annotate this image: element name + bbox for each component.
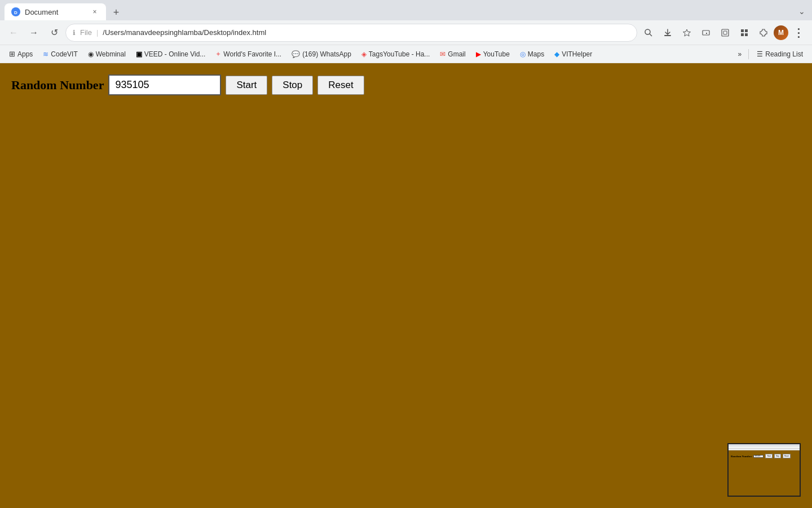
bookmarks-more-button[interactable]: » xyxy=(735,49,745,60)
new-tab-button[interactable]: + xyxy=(108,5,124,20)
stop-button[interactable]: Stop xyxy=(272,76,313,95)
webminal-icon: ◉ xyxy=(88,50,94,58)
tab-bar-right: ⌄ xyxy=(796,5,807,20)
codevit-icon: ≋ xyxy=(43,50,48,58)
extensions-icon[interactable] xyxy=(754,24,773,42)
svg-rect-4 xyxy=(664,35,671,36)
page-content: Random Number Start Stop Reset Random Nu… xyxy=(0,63,812,508)
forward-button[interactable]: → xyxy=(25,24,43,42)
search-toolbar-icon[interactable] xyxy=(639,24,657,42)
youtube-icon: ▶ xyxy=(476,50,481,58)
bookmark-star-icon[interactable] xyxy=(678,24,696,42)
svg-rect-8 xyxy=(723,31,727,34)
address-path: /Users/manavdeepsinghlamba/Desktop/index… xyxy=(103,28,266,37)
tags-youtube-label: TagsYouTube - Ha... xyxy=(369,50,430,58)
address-protocol: File xyxy=(80,28,92,37)
bookmark-whatsapp[interactable]: 💬 (169) WhatsApp xyxy=(287,49,356,60)
start-button[interactable]: Start xyxy=(226,76,267,95)
tab-title: Document xyxy=(25,8,86,16)
whatsapp-icon: 💬 xyxy=(292,50,300,58)
active-tab[interactable]: D Document × xyxy=(5,3,106,20)
gmail-icon: ✉ xyxy=(440,50,445,58)
cast-icon[interactable] xyxy=(697,24,715,42)
worlds-favorite-label: World's Favorite I... xyxy=(223,50,281,58)
reading-list-icon: ☰ xyxy=(757,50,763,58)
browser-menu-button[interactable]: ⋮ xyxy=(789,24,807,42)
svg-text:D: D xyxy=(14,10,17,15)
random-number-label: Random Number xyxy=(11,78,104,93)
svg-rect-9 xyxy=(741,29,744,32)
svg-rect-7 xyxy=(722,29,729,36)
tab-close-button[interactable]: × xyxy=(90,7,99,16)
svg-point-2 xyxy=(645,29,650,34)
svg-marker-5 xyxy=(683,29,691,36)
bookmark-reading-list[interactable]: ☰ Reading List xyxy=(752,49,807,60)
bookmark-gmail[interactable]: ✉ Gmail xyxy=(435,49,470,60)
bookmark-vithelper[interactable]: ◆ VITHelper xyxy=(550,49,597,60)
tags-icon: ◈ xyxy=(361,50,367,58)
bookmarks-bar: ⊞ Apps ≋ CodeVIT ◉ Webminal ▣ VEED - Onl… xyxy=(0,45,812,63)
svg-rect-11 xyxy=(741,33,744,36)
back-button[interactable]: ← xyxy=(5,24,23,42)
bookmark-webminal[interactable]: ◉ Webminal xyxy=(83,49,130,60)
random-number-input[interactable] xyxy=(108,75,221,95)
toolbar-right-icons: M ⋮ xyxy=(639,24,807,42)
codevit-label: CodeVIT xyxy=(51,50,77,58)
tab-bar: D Document × + ⌄ xyxy=(0,0,812,20)
address-info-icon: ℹ xyxy=(73,29,76,37)
tab-bar-chevron[interactable]: ⌄ xyxy=(796,5,807,18)
grid-icon[interactable] xyxy=(735,24,753,42)
svg-rect-12 xyxy=(745,33,748,36)
veed-icon: ▣ xyxy=(136,50,142,58)
toolbar: ← → ↺ ℹ File | /Users/manavdeepsinghlamb… xyxy=(0,20,812,45)
bookmark-codevit[interactable]: ≋ CodeVIT xyxy=(38,49,82,60)
bookmark-worlds-favorite[interactable]: ✦ World's Favorite I... xyxy=(211,49,286,60)
gmail-label: Gmail xyxy=(448,50,465,58)
download-icon[interactable] xyxy=(659,24,677,42)
reset-button[interactable]: Reset xyxy=(317,76,364,95)
bookmark-apps[interactable]: ⊞ Apps xyxy=(5,48,37,60)
bookmark-tags-youtube[interactable]: ◈ TagsYouTube - Ha... xyxy=(357,49,435,60)
address-separator: | xyxy=(96,28,98,37)
worlds-favorite-icon: ✦ xyxy=(215,50,221,58)
youtube-label: YouTube xyxy=(483,50,510,58)
refresh-button[interactable]: ↺ xyxy=(45,24,63,42)
bookmark-youtube[interactable]: ▶ YouTube xyxy=(471,49,514,60)
veed-label: VEED - Online Vid... xyxy=(144,50,206,58)
screenshot-icon[interactable] xyxy=(716,24,734,42)
profile-avatar[interactable]: M xyxy=(774,25,788,40)
tab-favicon: D xyxy=(11,7,20,16)
browser-frame: D Document × + ⌄ ← → ↺ ℹ File | /Users/m… xyxy=(0,0,812,508)
mini-preview-thumbnail: Random Number 935105 Start Stop Reset xyxy=(727,443,801,497)
apps-grid-icon: ⊞ xyxy=(9,50,15,58)
apps-label: Apps xyxy=(17,50,33,58)
bookmark-veed[interactable]: ▣ VEED - Online Vid... xyxy=(131,49,210,60)
svg-rect-10 xyxy=(745,29,748,32)
maps-icon: ◎ xyxy=(520,50,526,58)
svg-line-3 xyxy=(650,34,652,36)
whatsapp-label: (169) WhatsApp xyxy=(302,50,351,58)
webminal-label: Webminal xyxy=(96,50,126,58)
maps-label: Maps xyxy=(528,50,544,58)
reading-list-divider xyxy=(748,49,749,59)
vithelper-icon: ◆ xyxy=(554,50,559,58)
reading-list-label: Reading List xyxy=(765,50,803,58)
address-bar[interactable]: ℹ File | /Users/manavdeepsinghlamba/Desk… xyxy=(65,24,637,42)
vithelper-label: VITHelper xyxy=(562,50,592,58)
bookmark-maps[interactable]: ◎ Maps xyxy=(515,49,549,60)
random-number-section: Random Number Start Stop Reset xyxy=(11,75,801,95)
